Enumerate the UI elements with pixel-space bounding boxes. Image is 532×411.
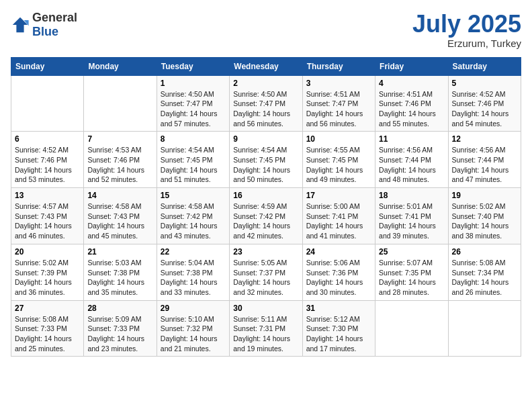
day-number: 13: [15, 191, 80, 200]
day-of-week-header: Friday: [375, 57, 448, 75]
day-number: 21: [87, 247, 152, 257]
day-number: 6: [15, 134, 80, 144]
cell-info: Sunrise: 5:12 AMSunset: 7:30 PMDaylight:…: [306, 314, 371, 354]
calendar-cell: 26Sunrise: 5:08 AMSunset: 7:34 PMDayligh…: [448, 244, 521, 300]
cell-info: Sunrise: 5:03 AMSunset: 7:38 PMDaylight:…: [87, 258, 152, 298]
day-number: 26: [452, 247, 517, 257]
day-number: 18: [379, 191, 444, 200]
day-number: 23: [233, 247, 298, 257]
day-number: 30: [233, 304, 298, 313]
calendar-cell: 18Sunrise: 5:01 AMSunset: 7:41 PMDayligh…: [375, 188, 448, 244]
location: Erzurum, Turkey: [412, 38, 521, 49]
calendar-cell: 29Sunrise: 5:10 AMSunset: 7:32 PMDayligh…: [157, 300, 229, 357]
cell-info: Sunrise: 5:10 AMSunset: 7:32 PMDaylight:…: [161, 314, 226, 354]
day-of-week-header: Saturday: [448, 57, 521, 75]
calendar-cell: 1Sunrise: 4:50 AMSunset: 7:47 PMDaylight…: [157, 75, 229, 132]
calendar-cell: 4Sunrise: 4:51 AMSunset: 7:46 PMDaylight…: [375, 75, 448, 132]
cell-info: Sunrise: 4:58 AMSunset: 7:43 PMDaylight:…: [87, 201, 152, 241]
cell-info: Sunrise: 4:51 AMSunset: 7:46 PMDaylight:…: [379, 89, 444, 129]
calendar-week-row: 13Sunrise: 4:57 AMSunset: 7:43 PMDayligh…: [11, 188, 521, 244]
calendar-cell: 21Sunrise: 5:03 AMSunset: 7:38 PMDayligh…: [84, 244, 157, 300]
calendar-cell: 8Sunrise: 4:54 AMSunset: 7:45 PMDaylight…: [157, 132, 229, 188]
day-number: 10: [306, 134, 371, 144]
day-number: 1: [161, 79, 226, 88]
cell-info: Sunrise: 4:50 AMSunset: 7:47 PMDaylight:…: [161, 89, 226, 129]
calendar-cell: 25Sunrise: 5:07 AMSunset: 7:35 PMDayligh…: [375, 244, 448, 300]
calendar-cell: 11Sunrise: 4:56 AMSunset: 7:44 PMDayligh…: [375, 132, 448, 188]
calendar-cell: 30Sunrise: 5:11 AMSunset: 7:31 PMDayligh…: [230, 300, 302, 357]
cell-info: Sunrise: 4:58 AMSunset: 7:42 PMDaylight:…: [161, 201, 226, 241]
calendar-cell: 6Sunrise: 4:52 AMSunset: 7:46 PMDaylight…: [11, 132, 84, 188]
calendar-cell: 7Sunrise: 4:53 AMSunset: 7:46 PMDaylight…: [84, 132, 157, 188]
cell-info: Sunrise: 5:08 AMSunset: 7:33 PMDaylight:…: [15, 314, 80, 354]
cell-info: Sunrise: 5:01 AMSunset: 7:41 PMDaylight:…: [379, 201, 444, 241]
day-number: 27: [15, 304, 80, 313]
calendar-week-row: 20Sunrise: 5:02 AMSunset: 7:39 PMDayligh…: [11, 244, 521, 300]
calendar-cell: 23Sunrise: 5:05 AMSunset: 7:37 PMDayligh…: [230, 244, 302, 300]
calendar-cell: 28Sunrise: 5:09 AMSunset: 7:33 PMDayligh…: [84, 300, 157, 357]
calendar-cell: [84, 75, 157, 132]
day-number: 3: [306, 79, 371, 88]
cell-info: Sunrise: 4:52 AMSunset: 7:46 PMDaylight:…: [452, 89, 517, 129]
day-number: 28: [87, 304, 152, 313]
day-number: 15: [161, 191, 226, 200]
day-number: 25: [379, 247, 444, 257]
logo-text-general: General: [32, 11, 77, 24]
day-of-week-header: Thursday: [302, 57, 375, 75]
day-number: 4: [379, 79, 444, 88]
cell-info: Sunrise: 4:54 AMSunset: 7:45 PMDaylight:…: [161, 145, 226, 185]
calendar-cell: 19Sunrise: 5:02 AMSunset: 7:40 PMDayligh…: [448, 188, 521, 244]
calendar-week-row: 6Sunrise: 4:52 AMSunset: 7:46 PMDaylight…: [11, 132, 521, 188]
day-number: 17: [306, 191, 371, 200]
cell-info: Sunrise: 5:00 AMSunset: 7:41 PMDaylight:…: [306, 201, 371, 241]
day-number: 19: [452, 191, 517, 200]
cell-info: Sunrise: 5:02 AMSunset: 7:40 PMDaylight:…: [452, 201, 517, 241]
day-of-week-header: Tuesday: [157, 57, 229, 75]
cell-info: Sunrise: 5:04 AMSunset: 7:38 PMDaylight:…: [161, 258, 226, 298]
cell-info: Sunrise: 4:59 AMSunset: 7:42 PMDaylight:…: [233, 201, 298, 241]
calendar-cell: 31Sunrise: 5:12 AMSunset: 7:30 PMDayligh…: [302, 300, 375, 357]
cell-info: Sunrise: 5:08 AMSunset: 7:34 PMDaylight:…: [452, 258, 517, 298]
calendar-cell: 15Sunrise: 4:58 AMSunset: 7:42 PMDayligh…: [157, 188, 229, 244]
day-number: 12: [452, 134, 517, 144]
cell-info: Sunrise: 4:52 AMSunset: 7:46 PMDaylight:…: [15, 145, 80, 185]
cell-info: Sunrise: 5:06 AMSunset: 7:36 PMDaylight:…: [306, 258, 371, 298]
calendar-cell: 12Sunrise: 4:56 AMSunset: 7:44 PMDayligh…: [448, 132, 521, 188]
calendar-cell: 2Sunrise: 4:50 AMSunset: 7:47 PMDaylight…: [230, 75, 302, 132]
day-number: 14: [87, 191, 152, 200]
calendar-cell: 17Sunrise: 5:00 AMSunset: 7:41 PMDayligh…: [302, 188, 375, 244]
page-header: General Blue July 2025 Erzurum, Turkey: [11, 11, 521, 49]
logo: General Blue: [11, 11, 77, 39]
day-number: 22: [161, 247, 226, 257]
title-block: July 2025 Erzurum, Turkey: [412, 11, 521, 49]
day-number: 9: [233, 134, 298, 144]
svg-marker-0: [13, 17, 28, 32]
day-number: 16: [233, 191, 298, 200]
calendar-header-row: SundayMondayTuesdayWednesdayThursdayFrid…: [11, 57, 521, 75]
day-number: 31: [306, 304, 371, 313]
day-number: 11: [379, 134, 444, 144]
calendar-cell: 9Sunrise: 4:54 AMSunset: 7:45 PMDaylight…: [230, 132, 302, 188]
calendar-cell: 20Sunrise: 5:02 AMSunset: 7:39 PMDayligh…: [11, 244, 84, 300]
day-number: 20: [15, 247, 80, 257]
calendar-week-row: 1Sunrise: 4:50 AMSunset: 7:47 PMDaylight…: [11, 75, 521, 132]
calendar-cell: [11, 75, 84, 132]
day-number: 7: [87, 134, 152, 144]
calendar-cell: 14Sunrise: 4:58 AMSunset: 7:43 PMDayligh…: [84, 188, 157, 244]
logo-icon: [11, 15, 30, 34]
cell-info: Sunrise: 5:05 AMSunset: 7:37 PMDaylight:…: [233, 258, 298, 298]
calendar-cell: 13Sunrise: 4:57 AMSunset: 7:43 PMDayligh…: [11, 188, 84, 244]
cell-info: Sunrise: 4:54 AMSunset: 7:45 PMDaylight:…: [233, 145, 298, 185]
cell-info: Sunrise: 4:56 AMSunset: 7:44 PMDaylight:…: [379, 145, 444, 185]
calendar-cell: 24Sunrise: 5:06 AMSunset: 7:36 PMDayligh…: [302, 244, 375, 300]
cell-info: Sunrise: 4:50 AMSunset: 7:47 PMDaylight:…: [233, 89, 298, 129]
calendar-cell: 5Sunrise: 4:52 AMSunset: 7:46 PMDaylight…: [448, 75, 521, 132]
logo-text-blue: Blue: [32, 25, 58, 38]
day-of-week-header: Wednesday: [230, 57, 302, 75]
calendar-cell: 27Sunrise: 5:08 AMSunset: 7:33 PMDayligh…: [11, 300, 84, 357]
calendar-table: SundayMondayTuesdayWednesdayThursdayFrid…: [11, 57, 521, 357]
cell-info: Sunrise: 4:51 AMSunset: 7:47 PMDaylight:…: [306, 89, 371, 129]
calendar-week-row: 27Sunrise: 5:08 AMSunset: 7:33 PMDayligh…: [11, 300, 521, 357]
cell-info: Sunrise: 5:02 AMSunset: 7:39 PMDaylight:…: [15, 258, 80, 298]
cell-info: Sunrise: 5:11 AMSunset: 7:31 PMDaylight:…: [233, 314, 298, 354]
